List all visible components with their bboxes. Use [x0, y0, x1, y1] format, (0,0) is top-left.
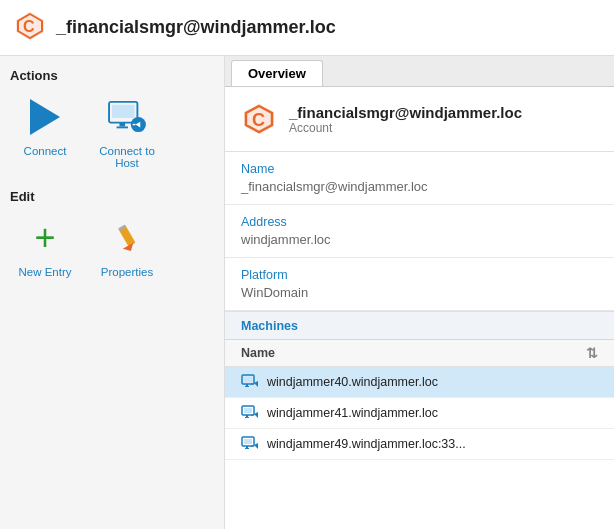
svg-rect-25	[245, 417, 249, 418]
tab-overview[interactable]: Overview	[231, 60, 323, 86]
machines-table: Name ⇅ windjammer40.windjam	[225, 340, 614, 460]
window-title: _financialsmgr@windjammer.loc	[56, 17, 336, 38]
field-name-label: Name	[241, 162, 598, 176]
new-entry-icon-wrap: +	[21, 214, 69, 262]
new-entry-action[interactable]: + New Entry	[10, 214, 80, 278]
play-icon	[30, 99, 60, 135]
svg-rect-30	[246, 446, 248, 448]
machines-col-sort-icon[interactable]: ⇅	[586, 345, 598, 361]
field-address-value: windjammer.loc	[241, 232, 598, 247]
field-platform-label: Platform	[241, 268, 598, 282]
edit-grid: + New Entry	[10, 214, 214, 278]
svg-rect-23	[244, 408, 252, 413]
machine-name: windjammer41.windjammer.loc	[267, 406, 438, 420]
machines-col-name-label: Name	[241, 346, 586, 360]
left-panel: Actions Connect	[0, 56, 225, 529]
machine-icon	[241, 373, 259, 391]
actions-section-label: Actions	[10, 68, 214, 83]
connect-host-label: Connect to Host	[92, 145, 162, 169]
field-address-label: Address	[241, 215, 598, 229]
machine-icon	[241, 404, 259, 422]
connect-action[interactable]: Connect	[10, 93, 80, 169]
machine-row[interactable]: windjammer41.windjammer.loc	[225, 398, 614, 429]
svg-rect-18	[246, 384, 248, 386]
machine-icon	[241, 435, 259, 453]
field-name-value: _financialsmgr@windjammer.loc	[241, 179, 598, 194]
connect-label: Connect	[24, 145, 67, 157]
account-logo-icon: C	[241, 101, 277, 137]
svg-rect-29	[244, 439, 252, 444]
new-entry-label: New Entry	[18, 266, 71, 278]
properties-action[interactable]: Properties	[92, 214, 162, 278]
field-address-row: Address windjammer.loc	[225, 205, 614, 258]
machines-section: Machines Name ⇅	[225, 311, 614, 460]
main-layout: Actions Connect	[0, 56, 614, 529]
actions-grid: Connect	[10, 93, 214, 169]
overview-content: C _financialsmgr@windjammer.loc Account …	[225, 87, 614, 529]
machines-col-header: Name ⇅	[225, 340, 614, 367]
svg-rect-6	[117, 126, 128, 128]
edit-section-label: Edit	[10, 189, 214, 204]
properties-label: Properties	[101, 266, 153, 278]
connect-host-icon	[103, 93, 151, 141]
account-info: _financialsmgr@windjammer.loc Account	[289, 104, 522, 135]
account-name: _financialsmgr@windjammer.loc	[289, 104, 522, 121]
svg-rect-19	[245, 386, 249, 387]
svg-rect-24	[246, 415, 248, 417]
connect-icon-wrap	[21, 93, 69, 141]
field-platform-row: Platform WinDomain	[225, 258, 614, 311]
svg-rect-31	[245, 448, 249, 449]
svg-text:C: C	[252, 110, 265, 130]
svg-rect-17	[244, 377, 252, 382]
field-name-row: Name _financialsmgr@windjammer.loc	[225, 152, 614, 205]
title-bar: C _financialsmgr@windjammer.loc	[0, 0, 614, 56]
machine-name: windjammer49.windjammer.loc:33...	[267, 437, 466, 451]
account-type: Account	[289, 121, 522, 135]
machine-row[interactable]: windjammer49.windjammer.loc:33...	[225, 429, 614, 460]
plus-icon: +	[34, 220, 55, 256]
connect-host-action[interactable]: Connect to Host	[92, 93, 162, 169]
svg-rect-5	[119, 123, 125, 127]
right-panel: Overview C _financialsmgr@windjammer.loc…	[225, 56, 614, 529]
pencil-icon	[103, 214, 151, 262]
machine-name: windjammer40.windjammer.loc	[267, 375, 438, 389]
machines-header: Machines	[225, 312, 614, 340]
tab-bar: Overview	[225, 56, 614, 87]
svg-rect-4	[112, 105, 135, 118]
field-platform-value: WinDomain	[241, 285, 598, 300]
svg-text:C: C	[23, 18, 35, 35]
machine-row[interactable]: windjammer40.windjammer.loc	[225, 367, 614, 398]
account-header: C _financialsmgr@windjammer.loc Account	[225, 87, 614, 152]
app-logo-icon: C	[14, 10, 46, 45]
machines-section-label: Machines	[241, 319, 298, 333]
